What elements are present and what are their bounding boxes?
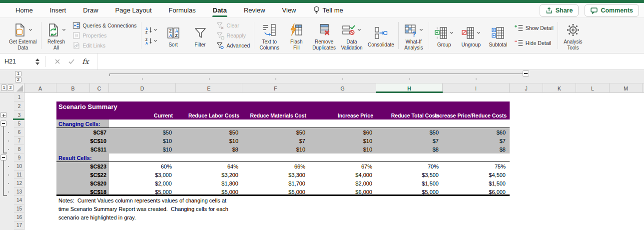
row-header-5[interactable]: 5: [14, 120, 24, 128]
row-group-bracket: [3, 160, 4, 195]
collapse-row-group-button[interactable]: [0, 120, 6, 126]
row-header-13[interactable]: 13: [14, 188, 24, 196]
scenario-value-cell: $3,200: [176, 170, 242, 179]
comments-button[interactable]: Comments: [585, 4, 639, 16]
menu-tab-view[interactable]: View: [274, 3, 305, 18]
get-external-data-label: Get External Data: [9, 39, 37, 50]
menu-tab-insert[interactable]: Insert: [41, 3, 75, 18]
menu-tab-label: View: [282, 6, 296, 14]
column-outline-dot: [142, 78, 143, 80]
row-header-14[interactable]: 14: [14, 196, 24, 204]
menu-tab-data[interactable]: Data: [204, 3, 235, 18]
hide-detail-icon: [514, 40, 523, 46]
column-header-G[interactable]: G: [309, 84, 376, 93]
ribbon-button-stack: Queries & ConnectionsPropertiesEdit Link…: [72, 19, 137, 52]
row-header-1[interactable]: 1: [14, 93, 24, 102]
scenario-value-cell: $1,800: [176, 179, 242, 188]
row-header-17[interactable]: 17: [14, 222, 24, 230]
row-outline-level-1-button[interactable]: 1: [1, 84, 7, 91]
collapse-column-group-button[interactable]: [523, 70, 529, 76]
reapply-filter-icon: [216, 32, 224, 40]
select-all-corner[interactable]: [14, 84, 24, 93]
row-header-11[interactable]: 11: [14, 170, 24, 179]
name-box[interactable]: H21: [0, 54, 33, 70]
column-header-F[interactable]: F: [242, 84, 309, 93]
cell-reference-label: $C$20: [56, 179, 106, 188]
row-header-6[interactable]: 6: [14, 128, 24, 136]
refresh-all-button[interactable]: Refresh All: [45, 20, 67, 50]
analysis-tools-button[interactable]: Analysis Tools: [562, 20, 584, 50]
remove-duplicates-icon: [317, 23, 331, 37]
menu-tab-draw[interactable]: Draw: [74, 3, 106, 18]
row-header-15[interactable]: 15: [14, 204, 24, 213]
text-to-columns-button[interactable]: Text to Columns: [258, 20, 280, 50]
chevron-down-icon: [153, 40, 157, 42]
consolidate-label: Consolidate: [368, 42, 394, 48]
show-detail-button[interactable]: Show Detail: [514, 24, 554, 32]
enter-icon[interactable]: [64, 58, 78, 64]
consolidate-button[interactable]: Consolidate: [368, 24, 394, 48]
menu-tab-formulas[interactable]: Formulas: [160, 3, 204, 18]
advanced-filter-button[interactable]: Advanced: [216, 42, 250, 50]
get-external-data-icon: [13, 23, 27, 37]
share-button[interactable]: Share: [540, 4, 579, 16]
tell-me-label: Tell me: [323, 6, 343, 14]
get-external-data-button[interactable]: Get External Data: [9, 20, 37, 50]
column-header-J[interactable]: J: [510, 84, 543, 93]
ungroup-button[interactable]: Ungroup: [460, 24, 482, 48]
column-header-K[interactable]: K: [543, 84, 576, 93]
row-header-16[interactable]: 16: [14, 213, 24, 222]
flash-fill-button[interactable]: Flash Fill: [285, 20, 307, 50]
row-header-2[interactable]: 2: [14, 102, 24, 111]
menu-tab-home[interactable]: Home: [7, 3, 41, 18]
insert-function-icon[interactable]: fx: [78, 58, 92, 66]
row-outline-dot: [8, 140, 9, 142]
sort-ascending-button[interactable]: AZ: [145, 26, 157, 34]
row-header-8[interactable]: 8: [14, 145, 24, 154]
queries-connections-button[interactable]: Queries & Connections: [72, 22, 137, 30]
scenario-value-cell: 70%: [376, 162, 443, 170]
column-header-B[interactable]: B: [56, 84, 90, 93]
column-header-I[interactable]: I: [443, 84, 510, 93]
menu-tab-review[interactable]: Review: [235, 3, 274, 18]
collapse-row-group-button[interactable]: [0, 154, 6, 160]
column-header-C[interactable]: C: [90, 84, 109, 93]
row-outline-level-2-button[interactable]: 2: [7, 84, 13, 91]
sort-button[interactable]: ZAAZSort: [162, 24, 184, 48]
what-if-analysis-button[interactable]: ?What-If Analysis: [403, 20, 425, 50]
row-header-12[interactable]: 12: [14, 179, 24, 188]
scenario-column-header-label: Reduce Total Costs: [391, 112, 440, 118]
column-outline-level-2-button[interactable]: 2: [15, 77, 21, 82]
data-validation-button[interactable]: Data Validation: [341, 20, 363, 50]
column-header-D[interactable]: D: [109, 84, 176, 93]
filter-button[interactable]: Filter: [189, 24, 211, 48]
row-outline-dot: [8, 183, 9, 184]
cancel-icon[interactable]: [50, 58, 64, 64]
row-group-bracket: [3, 126, 4, 152]
group-button[interactable]: Group: [433, 24, 455, 48]
menu-tab-label: Data: [213, 6, 227, 14]
row-header-7[interactable]: 7: [14, 136, 24, 145]
what-if-analysis-icon: ?: [404, 23, 418, 37]
chevron-down-icon: [357, 28, 361, 32]
menu-tab-page-layout[interactable]: Page Layout: [107, 3, 160, 18]
expand-row-group-button[interactable]: [0, 112, 6, 118]
column-header-M[interactable]: M: [610, 84, 643, 93]
formula-input[interactable]: [97, 54, 644, 70]
share-icon: [546, 7, 553, 14]
ribbon-button-stack: ClearReapplyAdvanced: [216, 19, 250, 52]
row-header-10[interactable]: 10: [14, 162, 24, 170]
column-header-E[interactable]: E: [176, 84, 242, 93]
column-outline-level-1-button[interactable]: 1: [15, 71, 21, 76]
row-header-9[interactable]: 9: [14, 154, 24, 162]
tell-me-button[interactable]: Tell me: [305, 3, 352, 18]
row-outline-dot: [8, 132, 9, 133]
edit-links-label: Edit Links: [83, 42, 106, 48]
column-header-A[interactable]: A: [24, 84, 56, 93]
hide-detail-button[interactable]: Hide Detail: [514, 40, 554, 46]
name-box-stepper[interactable]: [33, 56, 42, 66]
sort-descending-button[interactable]: ZA: [145, 38, 157, 44]
subtotal-button[interactable]: Subtotal: [487, 24, 509, 48]
column-header-L[interactable]: L: [576, 84, 610, 93]
remove-duplicates-button[interactable]: Remove Duplicates: [312, 20, 336, 50]
